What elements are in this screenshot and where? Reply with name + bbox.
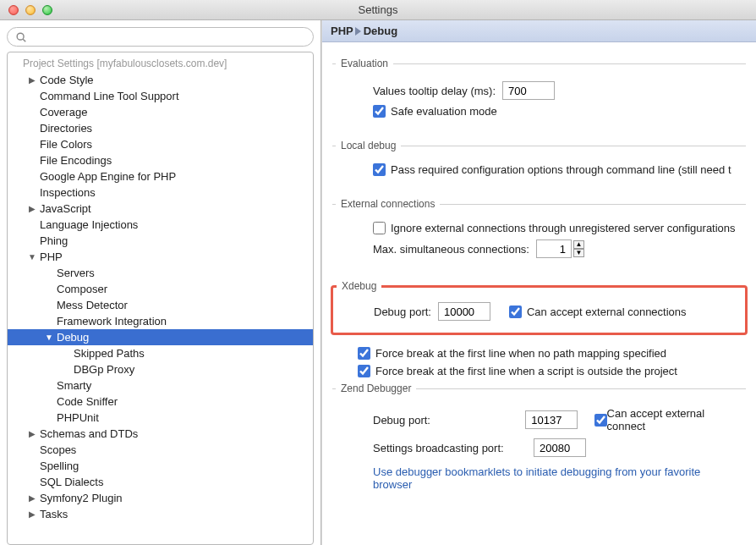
zend-accept-label: Can accept external connect: [607, 407, 739, 432]
tree-item-label: Phing: [38, 234, 68, 247]
tree-item[interactable]: Scopes: [8, 442, 313, 458]
disclosure-down-icon[interactable]: ▼: [43, 333, 55, 342]
tree-item-label: Scopes: [38, 443, 76, 456]
titlebar: Settings: [0, 0, 756, 20]
zend-broadcast-input[interactable]: [534, 438, 586, 457]
tree-item[interactable]: Servers: [8, 265, 313, 281]
tree-item[interactable]: Skipped Paths: [8, 345, 313, 361]
tree-item-label: Debug: [55, 331, 89, 344]
tree-item-label: Code Style: [38, 74, 94, 86]
tree-item[interactable]: ▶Schemas and DTDs: [8, 426, 313, 442]
tree-item[interactable]: File Encodings: [8, 152, 313, 168]
tree-item[interactable]: ▼PHP: [8, 249, 313, 265]
group-legend: External connections: [336, 198, 440, 210]
tree-item[interactable]: Phing: [8, 233, 313, 249]
tree-item-label: Directories: [38, 122, 92, 135]
force-break-outside-checkbox[interactable]: [358, 365, 370, 377]
settings-content: PHP Debug Evaluation Values tooltip dela…: [321, 20, 756, 545]
tree-item-label: DBGp Proxy: [72, 363, 134, 376]
zend-port-label: Debug port:: [373, 414, 525, 427]
tree-item[interactable]: ▶Tasks: [8, 506, 313, 522]
tree-item-label: JavaScript: [38, 202, 91, 215]
xdebug-port-label: Debug port:: [374, 306, 431, 318]
pass-config-checkbox[interactable]: [373, 163, 386, 176]
settings-search-input[interactable]: [7, 27, 314, 47]
tree-item[interactable]: File Colors: [8, 136, 313, 152]
local-debug-group: Local debug Pass required configuration …: [332, 140, 746, 186]
svg-point-0: [17, 33, 24, 40]
ignore-external-checkbox[interactable]: [373, 222, 386, 234]
max-connections-label: Max. simultaneous connections:: [373, 243, 529, 256]
force-break-outside-label: Force break at the first line when a scr…: [375, 365, 677, 377]
svg-line-1: [23, 39, 25, 41]
tree-item[interactable]: Coverage: [8, 104, 313, 120]
tree-item[interactable]: Code Sniffer: [8, 394, 313, 410]
safe-evaluation-checkbox[interactable]: [373, 105, 386, 118]
chevron-right-icon: [353, 27, 364, 36]
xdebug-accept-checkbox[interactable]: [509, 306, 522, 318]
tree-item-label: Composer: [55, 283, 107, 295]
tree-item[interactable]: Google App Engine for PHP: [8, 168, 313, 184]
tree-item[interactable]: ▶Code Style: [8, 72, 313, 88]
tree-item-label: File Colors: [38, 138, 92, 151]
tree-item[interactable]: Smarty: [8, 377, 313, 394]
tree-item-label: Mess Detector: [55, 299, 128, 311]
breadcrumb: PHP Debug: [322, 20, 756, 42]
external-connections-group: External connections Ignore external con…: [332, 198, 746, 268]
tree-item-label: Schemas and DTDs: [38, 427, 138, 440]
tree-section-header: Project Settings [myfabulousclosets.com.…: [8, 56, 313, 72]
tree-item[interactable]: Composer: [8, 281, 313, 297]
xdebug-group: Xdebug Debug port: Can accept external c…: [331, 280, 748, 335]
disclosure-right-icon[interactable]: ▶: [26, 204, 38, 213]
zend-debugger-group: Zend Debugger Debug port: Can accept ext…: [332, 383, 746, 496]
tree-item[interactable]: ▶Symfony2 Plugin: [8, 490, 313, 506]
tree-item[interactable]: Spelling: [8, 458, 313, 474]
ignore-external-label: Ignore external connections through unre…: [391, 222, 736, 234]
xdebug-port-input[interactable]: [438, 302, 490, 321]
stepper-down-button[interactable]: ▼: [573, 249, 584, 257]
force-break-no-mapping-checkbox[interactable]: [358, 347, 370, 360]
tree-item[interactable]: DBGp Proxy: [8, 361, 313, 377]
tree-item-label: Servers: [55, 267, 95, 279]
group-legend: Local debug: [336, 140, 401, 151]
breadcrumb-item[interactable]: Debug: [364, 25, 397, 37]
svg-marker-2: [355, 27, 361, 36]
disclosure-right-icon[interactable]: ▶: [26, 75, 38, 85]
zend-port-input[interactable]: [525, 410, 578, 429]
tooltip-delay-input[interactable]: [502, 81, 555, 100]
force-break-no-mapping-label: Force break at the first line when no pa…: [375, 347, 666, 360]
disclosure-down-icon[interactable]: ▼: [26, 252, 38, 261]
tree-item[interactable]: ▼Debug: [8, 329, 313, 345]
disclosure-right-icon[interactable]: ▶: [26, 493, 38, 503]
zend-accept-checkbox[interactable]: [594, 414, 606, 427]
tree-item-label: PHP: [38, 250, 63, 263]
disclosure-right-icon[interactable]: ▶: [26, 429, 38, 438]
tree-item-label: Skipped Paths: [72, 347, 145, 360]
tree-item-label: Spelling: [38, 460, 79, 472]
safe-evaluation-label: Safe evaluation mode: [391, 105, 497, 118]
tree-item[interactable]: PHPUnit: [8, 410, 313, 426]
stepper-up-button[interactable]: ▲: [573, 240, 584, 249]
tooltip-delay-label: Values tooltip delay (ms):: [373, 85, 496, 97]
pass-config-label: Pass required configuration options thro…: [391, 163, 731, 176]
disclosure-right-icon[interactable]: ▶: [26, 509, 38, 519]
tree-item[interactable]: Inspections: [8, 184, 313, 201]
tree-item[interactable]: Mess Detector: [8, 297, 313, 313]
tree-item[interactable]: Command Line Tool Support: [8, 88, 313, 104]
tree-item-label: Framework Integration: [55, 315, 167, 328]
tree-item-label: Inspections: [38, 186, 96, 199]
group-legend: Evaluation: [336, 58, 393, 69]
tree-item-label: Smarty: [55, 379, 91, 392]
group-legend: Xdebug: [337, 280, 381, 292]
breadcrumb-item[interactable]: PHP: [331, 25, 353, 37]
zend-broadcast-label: Settings broadcasting port:: [373, 442, 534, 454]
bookmarklets-link[interactable]: Use debugger bookmarklets to initiate de…: [348, 465, 739, 491]
tree-item[interactable]: SQL Dialects: [8, 474, 313, 490]
tree-item[interactable]: Framework Integration: [8, 313, 313, 329]
tree-item[interactable]: ▶JavaScript: [8, 201, 313, 217]
tree-item-label: Coverage: [38, 106, 87, 118]
tree-item[interactable]: Directories: [8, 120, 313, 136]
max-connections-input[interactable]: [536, 239, 572, 258]
tree-item[interactable]: Language Injections: [8, 217, 313, 233]
tree-item-label: SQL Dialects: [38, 476, 103, 488]
